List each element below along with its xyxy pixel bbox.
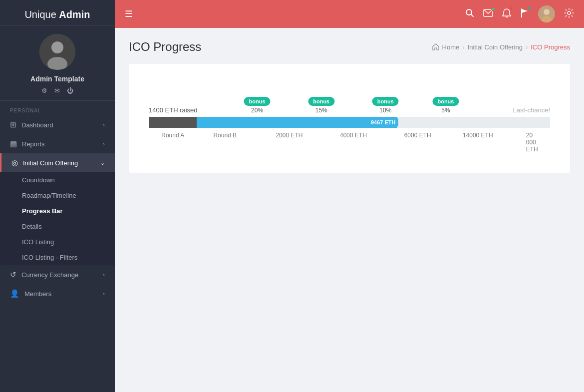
ico-icon: ◎ (11, 158, 18, 167)
breadcrumb-current: ICO Progress (531, 43, 570, 51)
milestone-round-a: Round A (161, 132, 184, 139)
milestone-6000: 6000 ETH (404, 132, 431, 139)
currency-icon: ↺ (10, 270, 16, 279)
bonus-pct-4: 5% (441, 107, 450, 114)
milestone-20000: 20 000 ETH (526, 132, 542, 153)
sidebar-item-members[interactable]: 👤 Members › (0, 284, 115, 303)
bonus-badge-3: bonus (372, 97, 399, 106)
ico-submenu: Countdown Roadmap/Timeline Progress Bar … (0, 172, 115, 265)
breadcrumb-home[interactable]: Home (442, 43, 460, 51)
admin-mail-icon[interactable]: ✉ (54, 87, 60, 94)
sidebar-item-currency[interactable]: ↺ Currency Exchange › (0, 265, 115, 284)
flag-button[interactable] (520, 8, 529, 20)
milestone-2000: 2000 ETH (276, 132, 302, 139)
sidebar-label-currency: Currency Exchange (21, 271, 78, 279)
chevron-dashboard: › (103, 122, 105, 128)
progress-seg-blue2 (261, 117, 325, 128)
submenu-roadmap[interactable]: Roadmap/Timeline (0, 188, 115, 203)
sidebar-item-dashboard[interactable]: ⊞ Dashboard › (0, 115, 115, 134)
admin-settings-icon[interactable]: ⚙ (41, 87, 47, 94)
submenu-ico-listing-filters[interactable]: ICO Listing - Filters (0, 250, 115, 265)
topnav: ☰ (115, 0, 584, 28)
avatar-area: Admin Template ⚙ ✉ ⏻ (0, 26, 115, 101)
sidebar-item-reports[interactable]: ▦ Reports › (0, 134, 115, 153)
user-avatar-button[interactable] (538, 5, 555, 22)
mail-badge (491, 7, 496, 11)
reports-icon: ▦ (10, 139, 17, 148)
chevron-members: › (103, 291, 105, 297)
dashboard-icon: ⊞ (10, 120, 16, 129)
ico-top-row: 1400 ETH raised bonus 20% bonus 15% bonu… (149, 89, 550, 114)
svg-point-9 (544, 9, 550, 15)
ico-progress-card: 1400 ETH raised bonus 20% bonus 15% bonu… (129, 64, 570, 173)
sidebar-label-reports: Reports (22, 140, 45, 148)
bonus-badge-4: bonus (432, 97, 459, 106)
admin-power-icon[interactable]: ⏻ (67, 87, 73, 94)
members-icon: 👤 (10, 289, 19, 298)
sidebar-section-label: PERSONAL (0, 101, 115, 115)
page-title: ICO Progress (129, 40, 201, 54)
bonus-marker-2: bonus 15% (308, 97, 334, 114)
bell-badge (509, 6, 514, 10)
svg-line-4 (471, 14, 474, 16)
bonus-marker-3: bonus 10% (372, 97, 399, 114)
progress-seg-blue1 (197, 117, 261, 128)
progress-track-wrapper: 9467 ETH (149, 117, 550, 128)
avatar (39, 34, 75, 70)
hamburger-button[interactable]: ☰ (125, 8, 133, 19)
sidebar-label-members: Members (24, 290, 51, 298)
progress-seg-blue3: 9467 ETH (325, 117, 398, 128)
milestone-round-b: Round B (213, 132, 237, 139)
bonus-pct-3: 10% (379, 107, 391, 114)
bonus-pct-1: 20% (251, 107, 263, 114)
milestone-4000: 4000 ETH (340, 132, 367, 139)
page-header: ICO Progress Home › Initial Coin Offerin… (129, 40, 570, 54)
progress-seg-dark (149, 117, 197, 128)
last-chance-label: Last-chance! (513, 106, 550, 114)
ico-progress-area: 1400 ETH raised bonus 20% bonus 15% bonu… (144, 79, 555, 148)
sidebar-label-ico: Initial Coin Offering (23, 159, 78, 167)
breadcrumb-parent[interactable]: Initial Coin Offering (468, 43, 523, 51)
progress-track: 9467 ETH (149, 117, 550, 128)
milestone-14000: 14000 ETH (463, 132, 493, 139)
bonus-badge-1: bonus (244, 97, 271, 106)
flag-badge (527, 6, 532, 10)
page-content: ICO Progress Home › Initial Coin Offerin… (115, 28, 584, 392)
submenu-countdown[interactable]: Countdown (0, 172, 115, 188)
svg-point-1 (51, 41, 63, 53)
svg-point-6 (506, 16, 508, 18)
breadcrumb: Home › Initial Coin Offering › ICO Progr… (432, 43, 570, 51)
svg-point-11 (568, 11, 571, 14)
bonus-marker-1: bonus 20% (244, 97, 271, 114)
mail-button[interactable] (483, 9, 493, 19)
bell-button[interactable] (502, 8, 511, 20)
chevron-ico: ⌄ (100, 160, 105, 166)
admin-name: Admin Template (30, 75, 84, 83)
sidebar-item-ico[interactable]: ◎ Initial Coin Offering ⌄ (0, 153, 115, 172)
sidebar-brand: Unique Admin (0, 0, 115, 26)
main-wrapper: ☰ (115, 0, 584, 392)
raised-label: 1400 ETH raised (149, 106, 198, 114)
bonus-marker-4: bonus 5% (432, 97, 459, 114)
search-button[interactable] (465, 8, 474, 20)
settings-button[interactable] (564, 8, 574, 20)
chevron-currency: › (103, 272, 105, 278)
brand-bold: Admin (59, 9, 90, 20)
submenu-details[interactable]: Details (0, 219, 115, 234)
progress-current-label: 9467 ETH (368, 118, 399, 126)
bonus-badge-2: bonus (308, 97, 334, 106)
bonus-pct-2: 15% (315, 107, 327, 114)
submenu-progress-bar[interactable]: Progress Bar (0, 203, 115, 219)
submenu-ico-listing[interactable]: ICO Listing (0, 234, 115, 250)
chevron-reports: › (103, 141, 105, 147)
sidebar: Unique Admin Admin Template ⚙ ✉ ⏻ PERSON… (0, 0, 115, 392)
milestone-row: Round A Round B 2000 ETH 4000 ETH 6000 E… (149, 132, 550, 143)
sidebar-label-dashboard: Dashboard (21, 121, 53, 129)
brand-light: Unique (24, 9, 56, 20)
